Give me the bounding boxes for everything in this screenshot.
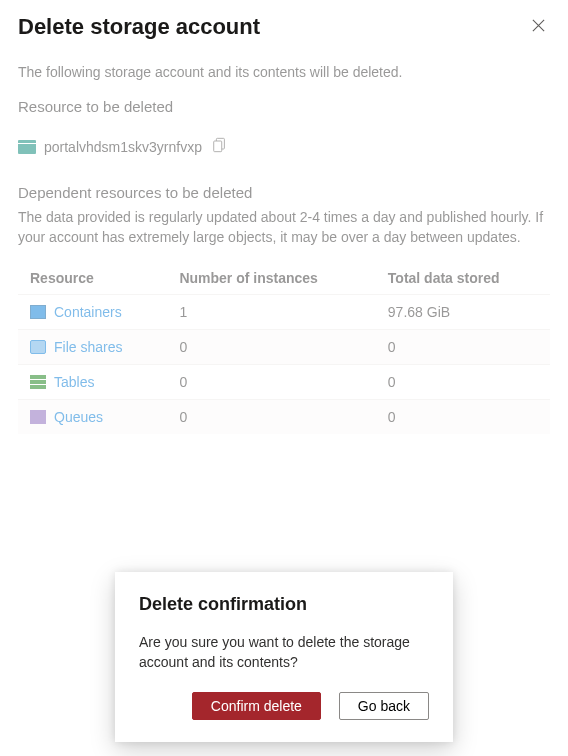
confirmation-modal: Delete confirmation Are you sure you wan… [115,572,453,742]
close-icon [531,18,546,33]
modal-title: Delete confirmation [139,594,429,615]
close-button[interactable] [527,14,550,40]
confirm-delete-button[interactable]: Confirm delete [192,692,321,720]
modal-body-text: Are you sure you want to delete the stor… [139,633,429,672]
modal-actions: Confirm delete Go back [139,692,429,720]
panel-header: Delete storage account [0,0,568,58]
go-back-button[interactable]: Go back [339,692,429,720]
page-title: Delete storage account [18,14,260,40]
